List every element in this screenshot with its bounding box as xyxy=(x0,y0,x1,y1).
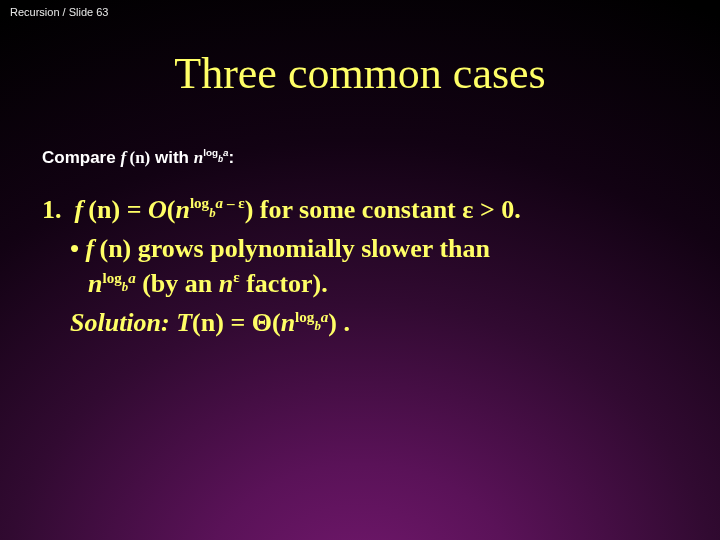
bullet-f: f xyxy=(86,234,100,263)
slide-body: 1. f (n) = O(nlogba – ε) for some consta… xyxy=(42,192,682,340)
solution-open: ( xyxy=(272,308,281,337)
bullet-txt3: factor). xyxy=(240,269,328,298)
case-1-a: a xyxy=(216,195,224,211)
solution-n: n xyxy=(281,308,295,337)
slide-container: Recursion / Slide 63 Three common cases … xyxy=(0,0,720,540)
bullet-line-2: nlogba (by an nε factor). xyxy=(42,266,682,301)
case-1-eps2: ε xyxy=(462,195,473,224)
solution-label: Solution: xyxy=(70,308,170,337)
slide-title: Three common cases xyxy=(0,48,720,99)
bullet-log: log xyxy=(102,270,121,286)
case-1-gt0: > 0. xyxy=(473,195,520,224)
solution-close: ) xyxy=(328,308,337,337)
case-1-O: O xyxy=(148,195,167,224)
solution-theta: Θ xyxy=(252,308,272,337)
compare-fn-paren: (n) xyxy=(129,148,150,167)
compare-b: b xyxy=(218,154,223,164)
header-text: Recursion / Slide 63 xyxy=(10,6,108,18)
case-1-log: log xyxy=(190,195,209,211)
solution-logexp: logba xyxy=(295,309,328,325)
solution-line: Solution: T(n) = Θ(nlogba) . xyxy=(42,305,682,340)
case-1-tail: for some constant xyxy=(253,195,462,224)
compare-logexp: logba xyxy=(203,147,228,158)
solution-dot: . xyxy=(337,308,350,337)
compare-with: with xyxy=(150,148,193,167)
bullet-txt1: grows polynomially slower than xyxy=(131,234,490,263)
case-1-f: f xyxy=(75,195,89,224)
bullet-n2: n xyxy=(219,269,233,298)
slide-header: Recursion / Slide 63 xyxy=(10,6,108,18)
case-1-eq: = xyxy=(120,195,148,224)
bullet-n: n xyxy=(88,269,102,298)
compare-log: log xyxy=(203,147,218,158)
solution-T: T xyxy=(176,308,192,337)
compare-prefix: Compare xyxy=(42,148,120,167)
compare-colon: : xyxy=(229,148,235,167)
case-1-n: n xyxy=(175,195,189,224)
bullet-dot: • xyxy=(70,234,86,263)
compare-n: n xyxy=(194,148,203,167)
bullet-b: b xyxy=(122,280,128,294)
solution-eq: = xyxy=(224,308,252,337)
solution-paren-n: (n) xyxy=(192,308,224,337)
case-1-logexp: logba – ε xyxy=(190,195,245,211)
bullet-logexp: logba xyxy=(102,270,135,286)
bullet-paren-n: (n) xyxy=(99,234,131,263)
bullet-txt2: (by an xyxy=(136,269,219,298)
case-1-line: 1. f (n) = O(nlogba – ε) for some consta… xyxy=(42,192,682,227)
case-1-number: 1. xyxy=(42,195,62,224)
solution-b: b xyxy=(314,319,320,333)
compare-line: Compare f (n) with nlogba: xyxy=(42,148,234,168)
case-1-b: b xyxy=(209,206,215,220)
solution-log: log xyxy=(295,309,314,325)
case-1-paren-n: (n) xyxy=(88,195,120,224)
bullet-line-1: • f (n) grows polynomially slower than xyxy=(42,231,682,266)
bullet-a: a xyxy=(128,270,136,286)
case-1-minus: – xyxy=(223,195,238,211)
